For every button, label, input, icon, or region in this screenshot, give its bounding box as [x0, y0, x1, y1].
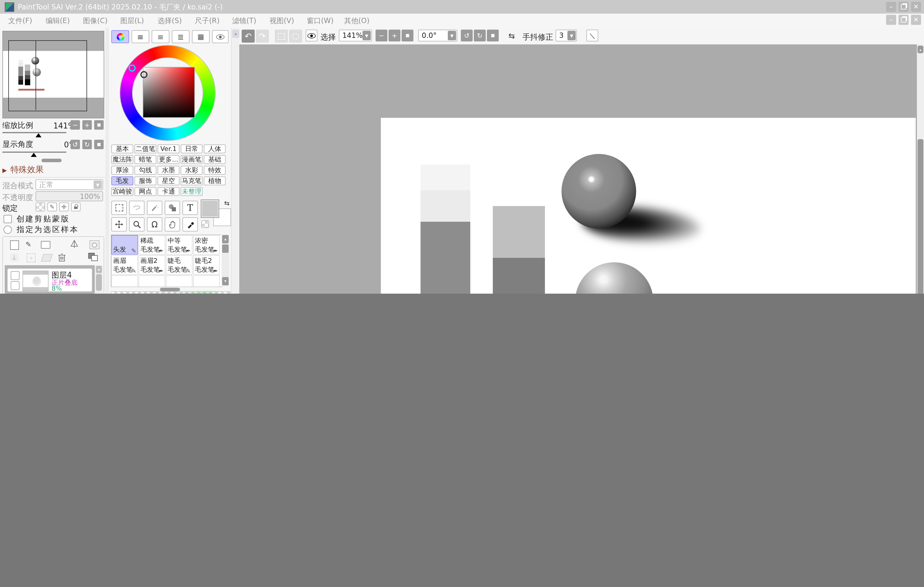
vscroll-up-button[interactable]: ▴	[917, 46, 923, 53]
lock-all-button[interactable]	[71, 203, 81, 211]
mask-button[interactable]	[89, 241, 99, 249]
text-tool[interactable]: T	[182, 201, 198, 215]
canvas-zoom-reset-button[interactable]: ■	[402, 30, 413, 41]
canvas-rotate-reset-button[interactable]: ■	[487, 30, 499, 41]
stabilizer-combo[interactable]: 3 ▾	[556, 30, 577, 41]
undo-button[interactable]: ↶	[242, 30, 255, 43]
zoom-tool[interactable]	[129, 217, 145, 231]
brush-item[interactable]: 中等 毛发笔 ✒	[166, 235, 193, 255]
strip-up-button[interactable]: ▴	[232, 30, 239, 38]
selection-visibility-button[interactable]	[305, 30, 317, 41]
transparent-color-button[interactable]	[201, 220, 209, 228]
sv-square[interactable]	[143, 67, 195, 118]
lock-position-button[interactable]: ✛	[59, 203, 69, 211]
lasso-tool[interactable]	[129, 201, 145, 215]
restore-button[interactable]	[899, 2, 909, 12]
brush-tab[interactable]: 厚涂	[111, 166, 133, 175]
brush-tab[interactable]: 宫崎骏	[111, 187, 133, 196]
zoom-slider-handle[interactable]	[36, 133, 41, 137]
swap-colors-button[interactable]: ⇆	[223, 200, 231, 207]
rotate-canvas-tool[interactable]: Ω	[147, 217, 162, 231]
sv-marker[interactable]	[140, 71, 147, 78]
duplicate-layer-button[interactable]	[88, 253, 98, 261]
menu-layer[interactable]: 图层(L)	[120, 16, 144, 26]
transform-button[interactable]	[70, 240, 79, 249]
canvas-zoom-in-button[interactable]: +	[389, 30, 400, 41]
menubar-restore-button[interactable]	[899, 15, 909, 25]
menu-window[interactable]: 窗口(W)	[307, 16, 333, 26]
special-effects-header[interactable]: ▶ 特殊效果	[2, 165, 43, 175]
menu-view[interactable]: 视图(V)	[269, 16, 294, 26]
shape-tool[interactable]	[165, 201, 180, 215]
scroll-up-button[interactable]: ▴	[96, 266, 102, 273]
menu-ruler[interactable]: 尺子(R)	[195, 16, 219, 26]
angle-slider-handle[interactable]	[31, 153, 37, 157]
add-selection-button[interactable]: +	[26, 253, 36, 262]
zoom-out-button[interactable]: −	[71, 120, 80, 130]
brush-item-selected[interactable]: 头发 ✎	[111, 235, 138, 255]
move-tool[interactable]	[111, 217, 127, 231]
brush-tab[interactable]: 服饰	[134, 176, 157, 185]
dropdown-button[interactable]: ▾	[568, 31, 576, 40]
navigator-preview[interactable]	[2, 31, 104, 119]
line-tool-button[interactable]: ＼	[586, 30, 598, 41]
brush-tab[interactable]: 勾线	[134, 166, 157, 175]
layers-scrollbar[interactable]: ▴	[96, 265, 102, 294]
zoom-reset-button[interactable]: ■	[94, 120, 104, 130]
brush-list-scrollbar[interactable]: ▴ ▾	[221, 234, 229, 286]
brush-tab[interactable]: 二值笔	[134, 145, 157, 153]
brush-tab[interactable]: 基础	[204, 155, 226, 164]
brush-tab[interactable]: 蜡笔	[134, 155, 157, 164]
clip-mask-row[interactable]: 创建剪贴蒙版	[3, 214, 70, 224]
brush-tab[interactable]: 卡通	[158, 187, 180, 196]
brush-tab[interactable]: 马克笔	[181, 176, 203, 185]
color-swatches-button[interactable]: ▦	[192, 30, 210, 43]
rotate-ccw-button[interactable]: ↺	[71, 140, 80, 149]
canvas-page[interactable]: 5values（修改前 修改后）	[381, 118, 916, 294]
panel-divider-handle[interactable]	[41, 159, 62, 162]
blend-mode-combo[interactable]: 正常 ▾	[36, 180, 103, 190]
primary-color-swatch[interactable]	[201, 200, 219, 218]
menu-image[interactable]: 图像(C)	[83, 16, 108, 26]
color-bars-button[interactable]: ≡	[132, 30, 149, 43]
brush-tab[interactable]: 人体	[204, 145, 226, 153]
menu-edit[interactable]: 编辑(E)	[46, 16, 70, 26]
canvas-rotate-cw-button[interactable]: ↻	[474, 30, 486, 41]
scroll-down-button[interactable]: ▾	[222, 277, 229, 285]
redo-button[interactable]: ↷	[256, 30, 269, 43]
menubar-close-button[interactable]: ✕	[911, 15, 921, 25]
invert-selection-button[interactable]	[289, 30, 302, 43]
brush-item[interactable]: 枯笔	[139, 275, 165, 287]
close-button[interactable]: ✕	[911, 2, 921, 12]
magic-wand-tool[interactable]	[147, 201, 162, 215]
color-wheel-button[interactable]	[111, 30, 129, 43]
brush-tab[interactable]: 基本	[111, 145, 133, 153]
hand-tool[interactable]	[165, 217, 180, 231]
brush-item[interactable]: 浓密 毛发笔 ✒	[193, 235, 220, 255]
navigator-view-rect[interactable]	[8, 40, 87, 111]
canvas-viewport[interactable]: 5values（修改前 修改后）	[239, 45, 917, 294]
selection-sample-radio[interactable]	[3, 226, 12, 234]
vscroll-thumb[interactable]	[917, 139, 923, 294]
menu-others[interactable]: 其他(O)	[344, 16, 370, 26]
menu-select[interactable]: 选择(S)	[158, 16, 182, 26]
brush-tab[interactable]: 水墨	[158, 166, 180, 175]
brush-item[interactable]: 睫毛2 毛发笔 ✒	[193, 255, 220, 275]
brush-item[interactable]: 画眉 毛发笔 ✎	[111, 255, 138, 275]
panel-splitter[interactable]	[106, 28, 109, 294]
brush-item[interactable]: 发丝	[166, 275, 193, 287]
brush-tab[interactable]: 日常	[181, 145, 203, 153]
brush-tab-unsorted[interactable]: 未整理	[181, 187, 203, 196]
merge-down-button[interactable]: ↓	[10, 253, 18, 262]
menu-filter[interactable]: 滤镜(T)	[232, 16, 256, 26]
brush-item[interactable]: 画眉2 毛发笔 ✒	[139, 255, 165, 275]
brush-tab[interactable]: 魔法阵	[111, 155, 133, 164]
middle-panel-scroll-strip[interactable]: ▴ ▾	[231, 28, 240, 294]
opacity-slider[interactable]: 100%	[36, 191, 103, 201]
dropdown-button[interactable]: ▾	[448, 31, 456, 40]
canvas-rotate-ccw-button[interactable]: ↺	[461, 30, 473, 41]
color-mixer-button[interactable]: ≡	[152, 30, 169, 43]
clear-layer-button[interactable]	[41, 254, 53, 262]
new-layer-button[interactable]	[10, 241, 19, 250]
rotate-reset-button[interactable]: ■	[94, 140, 104, 149]
